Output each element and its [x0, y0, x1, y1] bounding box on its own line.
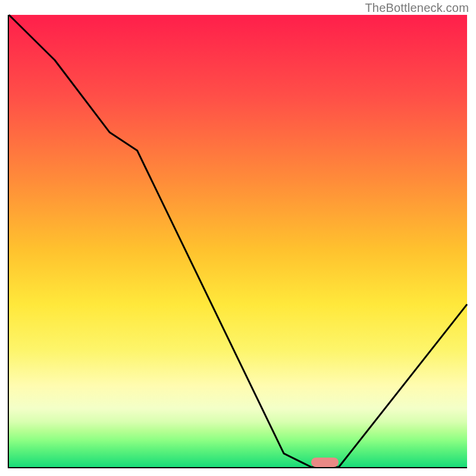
x-axis-line [8, 467, 467, 468]
chart-container: TheBottleneck.com [0, 0, 476, 476]
y-axis-line [8, 15, 9, 467]
curve-path [9, 15, 467, 467]
bottleneck-curve [9, 15, 467, 467]
optimal-range-marker [311, 458, 339, 467]
watermark-text: TheBottleneck.com [365, 1, 469, 15]
